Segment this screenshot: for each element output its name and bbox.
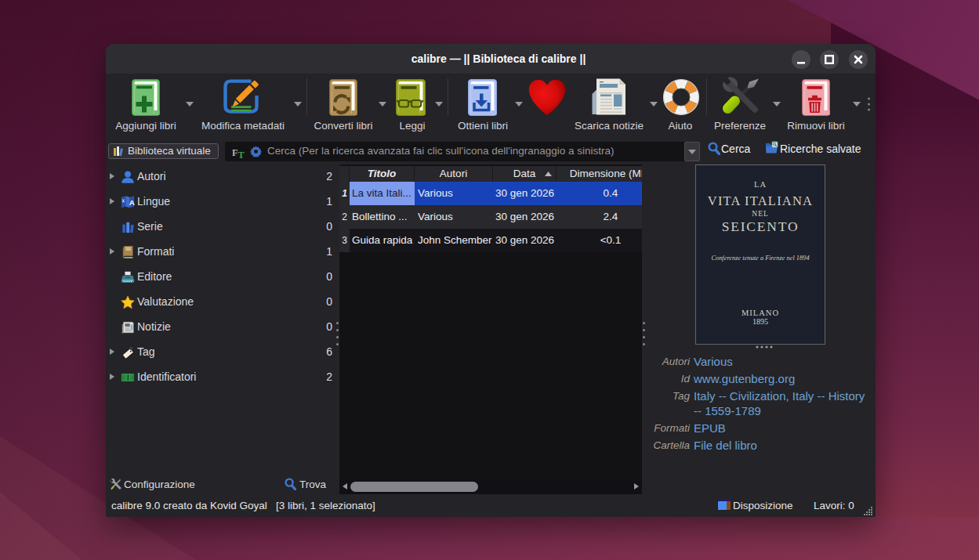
svg-text:A: A: [129, 198, 135, 207]
